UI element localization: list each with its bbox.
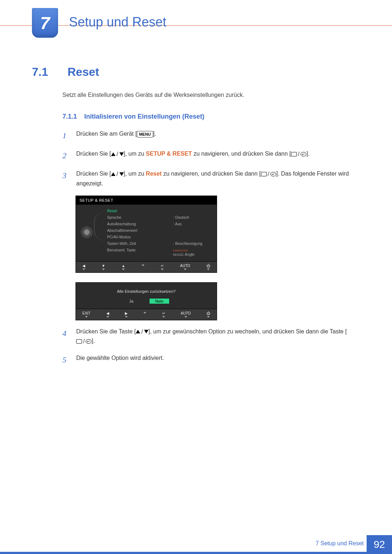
return-icon <box>301 152 306 156</box>
step-number: 1 <box>62 129 70 142</box>
triangle-down-icon <box>122 268 125 270</box>
triangle-down-icon <box>102 268 105 270</box>
osd-row-value: : Deutsch <box>173 215 213 219</box>
return-icon <box>86 339 91 344</box>
highlight: Reset <box>146 171 162 177</box>
page-footer: 7 Setup und Reset 92 <box>0 535 392 554</box>
triangle-down-icon <box>125 316 128 318</box>
up-down-icon: / <box>111 169 123 179</box>
footer-page-number: 92 <box>367 535 392 554</box>
text: ]. <box>306 151 310 157</box>
step-number: 5 <box>62 353 70 366</box>
confirm-yes: Ja <box>123 299 139 304</box>
osd-row-label: Abschalttimerwert <box>107 228 137 233</box>
osd-bar-symbol: ▶ <box>125 311 128 315</box>
osd-row-label: AutoAbschaltung <box>107 222 136 226</box>
osd-body: ResetSprache: DeutschAutoAbschaltung: Au… <box>76 205 217 261</box>
step-text: Drücken Sie [/], um zu SETUP & RESET zu … <box>76 149 360 162</box>
triangle-down-icon <box>119 152 124 156</box>
triangle-down-icon <box>143 312 146 314</box>
text: Drücken Sie [ <box>76 171 111 177</box>
menu-button-icon: MENU <box>137 131 153 138</box>
text: ]. <box>153 131 156 137</box>
osd-bar-symbol: ⏻ <box>207 264 210 268</box>
up-down-icon: / <box>111 149 123 159</box>
triangle-up-icon <box>111 152 115 156</box>
highlight: SETUP & RESET <box>146 151 192 157</box>
osd-row-label: Reset <box>107 209 117 213</box>
osd-row-value <box>173 228 213 233</box>
osd-button-bar: ◀▼▲↵AUTO⏻ <box>76 261 217 272</box>
osd-menu-items: ResetSprache: DeutschAutoAbschaltung: Au… <box>98 207 217 258</box>
osd-bar-item: ⏻ <box>207 311 210 318</box>
osd-bar-item: ◀ <box>106 311 109 318</box>
text: zu navigieren, und drücken Sie dann [ <box>192 151 291 157</box>
enter-icon: / <box>76 337 91 346</box>
step-number: 4 <box>62 327 70 346</box>
osd-row-value <box>173 235 213 239</box>
confirm-prompt: Alle Einstellungen zurücksetzen? <box>76 289 217 294</box>
osd-confirm-dialog: Alle Einstellungen zurücksetzen? Ja Nein… <box>75 282 217 320</box>
text: zu navigieren, und drücken Sie dann [ <box>162 171 261 177</box>
text: Drücken Sie [ <box>76 151 111 157</box>
osd-button-bar: EXIT◀▶↵AUTO⏻ <box>76 309 217 320</box>
subsection-header: 7.1.1 Initialisieren von Einstellungen (… <box>62 113 360 120</box>
osd-bar-item: AUTO <box>180 264 190 270</box>
step-text: Drücken Sie [/], um zu Reset zu navigier… <box>76 169 360 188</box>
osd-row-label: Tasten-Wdh.-Zeit <box>107 241 136 246</box>
section-number: 7.1 <box>32 65 57 79</box>
osd-row-label: Benutzerd. Taste <box>107 248 136 257</box>
triangle-down-icon <box>144 330 148 333</box>
section-header: 7.1 Reset <box>32 65 360 79</box>
step-2: 2 Drücken Sie [/], um zu SETUP & RESET z… <box>62 149 360 162</box>
steps-list: 1 Drücken Sie am Gerät [MENU]. 2 Drücken… <box>62 129 360 188</box>
confirm-no-selected: Nein <box>150 299 170 304</box>
osd-menu-row: Reset <box>107 208 213 214</box>
osd-bar-item: ⏻ <box>207 264 210 270</box>
osd-menu-row: AutoAbschaltung: Aus <box>107 221 213 227</box>
up-down-icon: / <box>136 327 148 337</box>
subsection-title: Initialisieren von Einstellungen (Reset) <box>84 113 204 120</box>
osd-bar-symbol: ↵ <box>162 311 165 315</box>
osd-bar-item <box>142 264 144 270</box>
osd-menu-row: Tasten-Wdh.-Zeit: Beschleunigung <box>107 240 213 247</box>
osd-confirm-body: Alle Einstellungen zurücksetzen? Ja Nein <box>76 283 217 309</box>
intro-paragraph: Setzt alle Einstellungen des Geräts auf … <box>62 92 360 98</box>
osd-menu-row: Benutzerd. TasteSAMSUNGMAGIC Angle <box>107 247 213 258</box>
step-4: 4 Drücken Sie die Taste [/], um zur gewü… <box>62 327 360 346</box>
triangle-down-icon <box>184 268 187 270</box>
text: Drücken Sie am Gerät [ <box>76 131 137 137</box>
osd-header: SETUP & RESET <box>76 196 217 205</box>
osd-bar-symbol: ⏻ <box>207 311 210 315</box>
step-text: Die gewählte Option wird aktiviert. <box>76 353 360 366</box>
osd-row-value: : Aus <box>173 222 213 226</box>
triangle-up-icon <box>136 330 140 333</box>
confirm-buttons: Ja Nein <box>76 299 217 304</box>
osd-bar-symbol: ◀ <box>106 311 109 315</box>
step-5: 5 Die gewählte Option wird aktiviert. <box>62 353 360 366</box>
triangle-down-icon <box>207 316 210 318</box>
rect-icon <box>291 152 297 156</box>
step-number: 2 <box>62 149 70 162</box>
chapter-title: Setup und Reset <box>69 15 166 30</box>
text: ], um zur gewünschten Option zu wechseln… <box>148 328 347 335</box>
osd-bar-item: ▼ <box>102 264 105 270</box>
osd-menu-row: PC/AV-Modus <box>107 234 213 240</box>
osd-bar-item <box>143 311 146 318</box>
triangle-down-icon <box>82 268 85 270</box>
osd-setup-reset-menu: SETUP & RESET ResetSprache: DeutschAutoA… <box>75 196 217 273</box>
osd-bar-item: ▶ <box>125 311 128 318</box>
osd-menu-row: Sprache: Deutsch <box>107 214 213 221</box>
step-3: 3 Drücken Sie [/], um zu Reset zu navigi… <box>62 169 360 188</box>
triangle-down-icon <box>106 316 109 318</box>
osd-menu-row: Abschalttimerwert <box>107 227 213 234</box>
section-title: Reset <box>68 65 99 79</box>
triangle-down-icon <box>184 316 187 318</box>
triangle-down-icon <box>161 268 164 270</box>
footer-label: 7 Setup und Reset <box>315 540 364 549</box>
step-number: 3 <box>62 169 70 188</box>
text: ], um zu <box>124 171 146 177</box>
osd-row-value: : Beschleunigung <box>173 241 213 246</box>
chapter-badge: 7 <box>32 8 58 38</box>
text: Drücken Sie die Taste [ <box>76 328 136 335</box>
